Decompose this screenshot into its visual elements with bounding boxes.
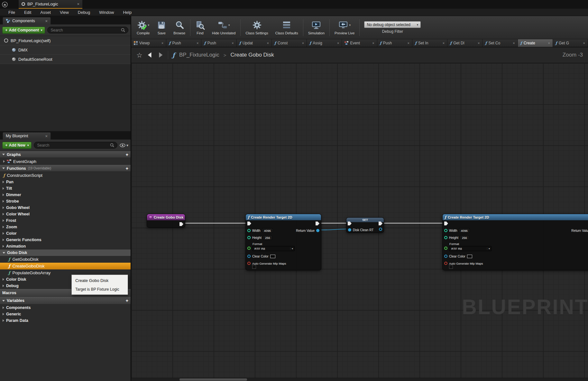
node-header[interactable]: ƒ Create Render Target 2D (246, 214, 321, 220)
variable-category-param-data[interactable]: Param Data (0, 317, 131, 324)
node-header[interactable]: ƒ Create Render Target 2D (443, 214, 588, 220)
expander-collapsed-icon[interactable] (3, 219, 4, 222)
add-function-button[interactable]: + (126, 166, 128, 171)
function-getgobodisk[interactable]: ƒ GetGoboDisk (0, 256, 131, 263)
node-title[interactable]: SET (346, 218, 384, 222)
expander-expanded-icon[interactable] (3, 252, 5, 254)
compile-button[interactable]: ▾ Compile (133, 16, 153, 39)
mipmaps-pin[interactable] (444, 262, 447, 265)
set-output-pin[interactable] (379, 228, 382, 231)
clear-color-pin[interactable] (247, 255, 251, 258)
back-arrow-icon[interactable] (147, 52, 153, 58)
expander-collapsed-icon[interactable] (3, 319, 4, 322)
class-defaults-button[interactable]: Class Defaults (272, 16, 302, 39)
format-pin[interactable] (247, 247, 251, 250)
expander-collapsed-icon[interactable] (3, 213, 4, 215)
close-icon[interactable]: × (443, 41, 445, 45)
clear-color-pin[interactable] (444, 255, 447, 258)
expander-collapsed-icon[interactable] (3, 232, 4, 235)
debug-object-select[interactable]: No debug object selected ▾ (364, 21, 421, 28)
doc-tab-viewport[interactable]: Viewp × (131, 39, 166, 47)
doc-tab-create-active[interactable]: ƒCreate× (518, 39, 553, 47)
menu-debug[interactable]: Debug (73, 10, 95, 15)
exec-in-pin[interactable] (444, 222, 448, 225)
width-input[interactable]: 4096 (262, 228, 273, 233)
expander-collapsed-icon[interactable] (3, 285, 4, 287)
close-icon[interactable]: × (197, 41, 198, 45)
find-button[interactable]: Find (192, 16, 208, 39)
menu-edit[interactable]: Edit (20, 10, 36, 15)
asset-tab-bp-fixturelogic[interactable]: BP_FixtureLogic × (19, 0, 82, 9)
functions-section-header[interactable]: Functions (19 Overridable) + (0, 165, 131, 172)
variable-category-components[interactable]: Components (0, 304, 131, 311)
preview-live-button[interactable]: ▾ Preview Live (331, 16, 358, 39)
category-strobe[interactable]: Strobe (0, 198, 131, 204)
expander-collapsed-icon[interactable] (3, 206, 4, 209)
exec-out-pin[interactable] (316, 222, 319, 225)
menu-asset[interactable]: Asset (36, 10, 55, 15)
category-animation[interactable]: Animation (0, 243, 131, 249)
components-searchbox[interactable] (47, 27, 128, 33)
category-frost[interactable]: Frost (0, 217, 131, 224)
blueprint-graph-canvas[interactable]: BLUEPRINT Create Gobo Disk ƒ Create (131, 63, 588, 381)
breadcrumb-current[interactable]: Create Gobo Disk (231, 52, 274, 58)
graphs-section-header[interactable]: Graphs + (0, 151, 131, 158)
height-input[interactable]: 256 (460, 235, 469, 240)
clear-color-swatch[interactable] (270, 255, 275, 258)
category-gobo-disk[interactable]: Gobo Disk (0, 249, 131, 256)
expander-collapsed-icon[interactable] (3, 160, 5, 163)
function-creategobodisk[interactable]: ƒ CreateGoboDisk (0, 263, 131, 269)
doc-tab-push-1[interactable]: ƒPush× (166, 39, 201, 47)
category-gobo-wheel[interactable]: Gobo Wheel (0, 204, 131, 211)
components-search-input[interactable] (51, 28, 121, 32)
category-tilt[interactable]: Tilt (0, 185, 131, 192)
close-icon[interactable]: × (337, 41, 339, 45)
clear-color-swatch[interactable] (467, 255, 472, 258)
component-row-defaultsceneroot[interactable]: DefaultSceneRoot (0, 55, 131, 64)
constructionscript-item[interactable]: ƒ ConstructionScript (0, 172, 131, 179)
doc-tab-get-g[interactable]: ƒGet G× (553, 39, 588, 47)
add-component-button[interactable]: + Add Component ▾ (2, 27, 45, 34)
save-button[interactable]: Save (153, 16, 170, 39)
exec-out-pin[interactable] (179, 222, 183, 226)
format-pin[interactable] (444, 247, 447, 250)
expander-collapsed-icon[interactable] (3, 187, 4, 190)
width-pin[interactable] (444, 229, 447, 232)
category-dimmer[interactable]: Dimmer (0, 192, 131, 198)
height-input[interactable]: 256 (263, 235, 272, 240)
format-dropdown[interactable]: RTF R8 ▾ (449, 246, 492, 251)
menu-help[interactable]: Help (118, 10, 136, 15)
close-icon[interactable]: × (548, 41, 550, 45)
expander-collapsed-icon[interactable] (3, 239, 4, 241)
expander-collapsed-icon[interactable] (3, 306, 4, 309)
graph-horizontal-scrollbar[interactable] (131, 378, 588, 381)
mipmaps-checkbox[interactable] (252, 265, 256, 269)
component-row-dmx[interactable]: DMX (0, 45, 131, 55)
doc-tab-const[interactable]: ƒConst× (272, 39, 307, 47)
height-pin[interactable] (247, 236, 251, 239)
height-pin[interactable] (444, 236, 447, 239)
expander-collapsed-icon[interactable] (3, 245, 4, 248)
doc-tab-update[interactable]: ƒUpdat× (237, 39, 272, 47)
close-icon[interactable]: × (161, 41, 163, 45)
width-input[interactable]: 4096 (459, 228, 470, 233)
expander-collapsed-icon[interactable] (3, 194, 4, 196)
exec-in-pin[interactable] (247, 222, 251, 225)
components-tab[interactable]: Components × (3, 17, 51, 24)
doc-tab-set-co[interactable]: ƒSet Co× (482, 39, 518, 47)
chevron-down-icon[interactable]: ▾ (148, 23, 149, 27)
close-icon[interactable]: × (45, 19, 48, 23)
close-icon[interactable]: × (267, 41, 269, 45)
doc-tab-get-di[interactable]: ƒGet DI× (447, 39, 482, 47)
add-new-button[interactable]: + Add New ▾ (2, 142, 32, 149)
doc-tab-push-3[interactable]: ƒPush× (377, 39, 412, 47)
simulation-button[interactable]: Simulation (305, 16, 328, 39)
menu-file[interactable]: File (4, 10, 20, 15)
format-dropdown[interactable]: RTF R8 ▾ (252, 246, 295, 251)
doc-tab-event[interactable]: Event × (342, 39, 377, 47)
mipmaps-checkbox[interactable] (449, 265, 453, 269)
node-set-disk-clean-rt[interactable]: SET Disk Clean RT (346, 217, 384, 233)
doc-tab-assign[interactable]: ƒAssig× (307, 39, 342, 47)
expander-collapsed-icon[interactable] (3, 200, 4, 203)
class-settings-button[interactable]: Class Settings (242, 16, 271, 39)
